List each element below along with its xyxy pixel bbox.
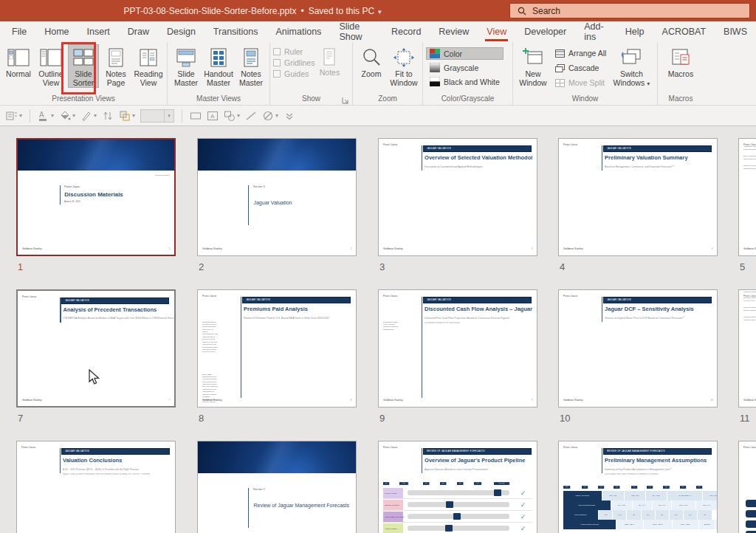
slide-thumbnail[interactable]: Section 2Review of Jaguar Management For… <box>197 441 357 533</box>
tab-record[interactable]: Record <box>382 21 430 42</box>
search-input[interactable]: Search <box>509 3 750 18</box>
pipeline-progress-track <box>408 502 510 507</box>
tab-animations[interactable]: Animations <box>267 21 331 42</box>
section-marker-button[interactable]: ▾ <box>6 110 22 122</box>
arrange-objects-button[interactable]: ▾ <box>119 110 135 122</box>
quick-format-toolbar: ▾A▾▾▾▾▾A▾▾ <box>0 106 756 126</box>
group-label-macros: Macros <box>658 94 704 105</box>
slide-thumbnail[interactable]: Project JaguarJAGUAR VALUATIONAnalysis o… <box>16 289 176 408</box>
ribbon-tab-bar: FileHomeInsertDrawDesignTransitionsAnima… <box>0 21 756 42</box>
slide-thumbnail[interactable]: Confidential DraftProject JaguarDiscussi… <box>16 138 176 256</box>
slide-thumbnail[interactable]: Project JaguarGoldman Stanley performed … <box>738 289 756 408</box>
tab-add-ins[interactable]: Add-ins <box>575 21 616 42</box>
tab-review[interactable]: Review <box>430 21 478 42</box>
guides-checkbox[interactable]: Guides <box>273 69 315 78</box>
notes-button[interactable]: Notes <box>316 44 343 78</box>
outline-view-button[interactable]: Outline View <box>35 44 66 88</box>
assumptions-column-header: Products <box>563 486 570 489</box>
tab-biws[interactable]: BIWS <box>715 21 756 42</box>
no-outline-button[interactable]: ▾ <box>262 110 278 122</box>
slide-project-label: Project Jaguar <box>383 295 397 297</box>
slide-footer: Goldman Stanley <box>22 247 42 250</box>
assumptions-column-header: Xeraid <box>647 486 653 489</box>
tab-acrobat[interactable]: ACROBAT <box>653 21 715 42</box>
overflow-chevron-button[interactable] <box>284 110 295 122</box>
arrange-all-button[interactable]: Arrange All <box>551 47 610 59</box>
assumptions-value-cell: $1.5K – $3.4K <box>644 520 673 529</box>
tab-help[interactable]: Help <box>616 21 653 42</box>
style-combo-box[interactable]: ▾ <box>140 109 174 123</box>
tab-home[interactable]: Home <box>35 21 78 42</box>
switch-windows-button[interactable]: Switch Windows ▾ <box>611 44 651 88</box>
handout-master-button[interactable]: Handout Master <box>203 44 234 88</box>
text-box-button[interactable]: A <box>207 110 219 122</box>
slide-header-bar: JAGUAR VALUATION <box>423 297 532 303</box>
normal-view-button[interactable]: Normal <box>3 44 34 79</box>
slide-sorter-canvas[interactable]: Confidential DraftProject JaguarDiscussi… <box>0 126 756 533</box>
gridlines-checkbox[interactable]: Gridlines <box>273 58 315 67</box>
pipeline-row: Vebireva (EMEA)✓ <box>383 523 532 533</box>
slide-header-bar: JAGUAR VALUATION <box>603 145 712 152</box>
slide-thumbnail[interactable]: Section 3Jaguar ValuationGoldman Stanley… <box>197 138 357 256</box>
rectangle-shape-button[interactable] <box>190 110 202 122</box>
cascade-button[interactable]: Cascade <box>551 62 610 74</box>
color-button[interactable]: Color <box>426 47 504 60</box>
slide-thumbnail[interactable]: Project JaguarJAGUAR VALUATIONPreliminar… <box>558 138 718 256</box>
ruler-checkbox[interactable]: Ruler <box>273 47 315 56</box>
pipeline-progress-track <box>408 490 510 495</box>
tab-draw[interactable]: Draw <box>119 21 158 42</box>
new-window-button[interactable]: New Window <box>516 44 550 88</box>
slide-thumbnail[interactable]: Project JaguarJAGUAR VALUATIONDiscounted… <box>378 289 537 408</box>
assumptions-row: Peak Penetration Share2% (Yr 11)3% (Yr 9… <box>563 501 712 510</box>
slide-project-label: Project Jaguar <box>22 295 36 298</box>
slide-thumbnail[interactable]: Project JaguarJAGUAR VALUATIONPremiums P… <box>197 289 357 408</box>
slide-sorter-button[interactable]: Slide Sorter <box>68 44 99 88</box>
reading-view-button[interactable]: Reading View <box>133 44 164 88</box>
assumptions-value-cell: 8% – 16% <box>646 491 667 501</box>
tab-slide-show[interactable]: Slide Show <box>330 21 382 42</box>
ink-pen-button[interactable]: ▾ <box>80 110 97 122</box>
slide-thumbnail[interactable]: Project JaguarREVIEW OF JAGUAR MANAGEMEN… <box>378 441 537 533</box>
tab-view[interactable]: View <box>478 21 515 42</box>
zoom-icon <box>360 47 382 68</box>
slide-header-bar: JAGUAR VALUATION <box>603 297 712 303</box>
assumptions-column-header: Xprexa <box>598 486 604 489</box>
slide-thumbnail[interactable]: Project JaguarJAGUAR VALUATIONJaguar DCF… <box>558 289 718 408</box>
rectangle-shape-icon <box>190 110 202 122</box>
slide-master-button[interactable]: Slide Master <box>171 44 202 88</box>
slide-thumbnail[interactable]: Project JaguarREVIEW OF JAGUAR MANAGEMEN… <box>558 441 718 533</box>
slide-number: 7 <box>18 413 176 424</box>
reading-view-icon <box>137 47 159 68</box>
tab-developer[interactable]: Developer <box>515 21 575 42</box>
notes-page-button[interactable]: Notes Page <box>100 44 131 88</box>
font-color-button[interactable]: A▾ <box>38 110 54 122</box>
shape-fill-button[interactable]: ▾ <box>59 110 75 122</box>
tab-design[interactable]: Design <box>158 21 205 42</box>
show-dialog-launcher[interactable] <box>342 94 351 103</box>
slide-thumbnail[interactable]: Project JaguarJaguar's current share pri… <box>738 138 756 256</box>
slide-cell: Project JaguarGoldman Stanley performed … <box>738 289 756 424</box>
slide-project-label: Project Jaguar <box>563 143 577 145</box>
fit-to-window-button[interactable]: Fit to Window <box>388 44 419 88</box>
black-and-white-button[interactable]: Black and White <box>426 75 504 88</box>
tab-transitions[interactable]: Transitions <box>205 21 267 42</box>
move-split-button[interactable]: Move Split <box>551 77 610 89</box>
tab-insert[interactable]: Insert <box>78 21 119 42</box>
zoom-button[interactable]: Zoom <box>356 44 387 79</box>
slide-header-bar: JAGUAR VALUATION <box>242 297 351 303</box>
slide-date: August 31, 2021 <box>64 200 94 202</box>
line-shape-button[interactable] <box>245 110 257 122</box>
grayscale-button[interactable]: Grayscale <box>426 61 504 74</box>
notes-master-button[interactable]: Notes Master <box>236 44 267 88</box>
slide-thumbnail[interactable]: Project JaguarREVIEW OF JAGUAR MANAGEMEN… <box>738 441 756 533</box>
assumptions-value-cell: 100K – 150K <box>673 520 699 529</box>
tab-file[interactable]: File <box>3 21 35 42</box>
slide-thumbnail[interactable]: Project JaguarJAGUAR VALUATIONValuation … <box>16 441 176 533</box>
shapes-button[interactable]: ▾ <box>224 110 240 122</box>
macros-button[interactable]: Macros <box>665 44 696 79</box>
assumptions-row-label: Average Therapy Expense <box>563 520 616 529</box>
saved-status-caret-icon[interactable]: ▾ <box>378 8 382 16</box>
normal-view-icon <box>7 47 30 68</box>
slide-thumbnail[interactable]: Project JaguarJAGUAR VALUATIONOverview o… <box>378 138 537 256</box>
sort-arrows-button[interactable] <box>102 110 114 122</box>
